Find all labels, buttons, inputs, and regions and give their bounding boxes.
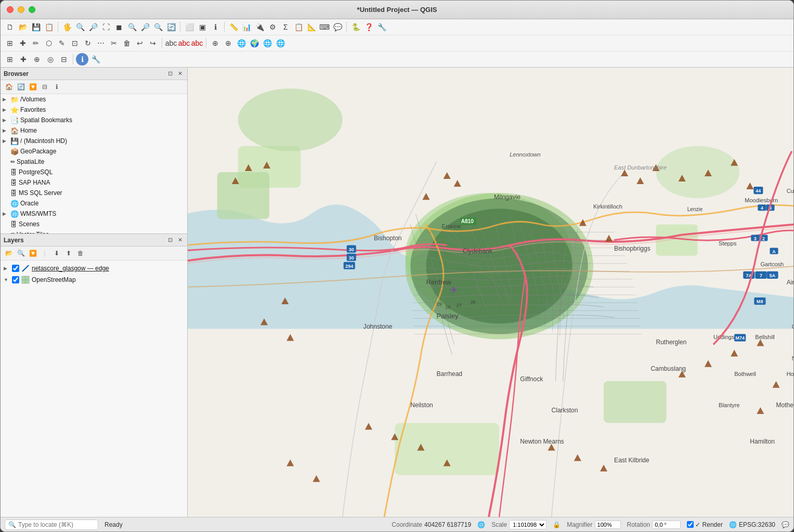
- track-btn[interactable]: ◎: [44, 53, 57, 66]
- layer-item-netascore[interactable]: ▶ netascore_glasgow — edge: [1, 263, 187, 274]
- add-point-btn[interactable]: ✚: [17, 37, 29, 49]
- layers-panel-btn[interactable]: ⊞: [4, 53, 16, 66]
- magnifier-input[interactable]: 100%: [595, 521, 621, 529]
- zoom-prev-btn[interactable]: 🔎: [139, 21, 151, 33]
- edit-btn[interactable]: ✎: [56, 37, 68, 49]
- undo-edit-btn[interactable]: ↩: [134, 37, 146, 49]
- add-line-btn[interactable]: ✏: [30, 37, 42, 49]
- zoom-next-btn[interactable]: 🔍: [152, 21, 164, 33]
- select-btn[interactable]: ⬜: [183, 21, 196, 33]
- layers-add-btn[interactable]: 🔍: [16, 248, 26, 258]
- tips-btn[interactable]: 💬: [331, 21, 344, 33]
- add-polygon-btn[interactable]: ⬡: [43, 37, 55, 49]
- label-btn[interactable]: ⌨: [318, 21, 331, 33]
- wrench-btn[interactable]: 🔧: [89, 53, 102, 66]
- python-btn[interactable]: 🐍: [349, 21, 362, 33]
- minimize-button[interactable]: [18, 6, 24, 13]
- label-move-btn[interactable]: abc: [191, 37, 203, 49]
- adv4-btn[interactable]: 🌍: [248, 37, 261, 49]
- tree-item-postgresql[interactable]: ▶ 🗄 PostgreSQL: [1, 167, 187, 177]
- browser-filter-btn[interactable]: 🔽: [28, 82, 38, 92]
- tree-item-favorites[interactable]: ▶ ⭐ Favorites: [1, 105, 187, 115]
- browser-refresh-btn[interactable]: 🔄: [16, 82, 26, 92]
- tree-item-macintosh[interactable]: ▶ 💾 / (Macintosh HD): [1, 136, 187, 146]
- zoom-full-btn[interactable]: ⛶: [100, 21, 112, 33]
- browser-close-btn[interactable]: ✕: [176, 70, 184, 78]
- plugin2-btn[interactable]: 🔧: [375, 21, 388, 33]
- adv2-btn[interactable]: ⊕: [222, 37, 235, 49]
- zoom-selection-btn[interactable]: ◼: [113, 21, 125, 33]
- render-checkbox-group[interactable]: ✓ Render: [687, 521, 723, 528]
- adv5-btn[interactable]: 🌐: [261, 37, 274, 49]
- node-btn[interactable]: ⊡: [69, 37, 81, 49]
- measure-btn[interactable]: 📏: [227, 21, 240, 33]
- new-project-btn[interactable]: 🗋: [4, 21, 16, 33]
- tree-item-saphana[interactable]: ▶ 🗄 SAP HANA: [1, 177, 187, 188]
- redo-edit-btn[interactable]: ↪: [147, 37, 159, 49]
- layer-item-osm[interactable]: ▼ OpenStreetMap: [1, 274, 187, 286]
- tree-item-geopackage[interactable]: ▶ 📦 GeoPackage: [1, 146, 187, 157]
- epsg-field[interactable]: 🌐 EPSG:32630: [729, 521, 775, 528]
- delete-btn[interactable]: 🗑: [121, 37, 133, 49]
- attr-table-btn[interactable]: 📋: [292, 21, 305, 33]
- sum-btn[interactable]: Σ: [279, 21, 292, 33]
- adv1-btn[interactable]: ⊕: [209, 37, 222, 49]
- tree-item-home[interactable]: ▶ 🏠 Home: [1, 125, 187, 136]
- messages-icon[interactable]: 💬: [782, 521, 789, 528]
- pan-btn[interactable]: 🖐: [61, 21, 73, 33]
- help-btn[interactable]: ❓: [362, 21, 375, 33]
- maximize-button[interactable]: [29, 6, 35, 13]
- rotation-input[interactable]: 0,0 °: [652, 521, 681, 529]
- info-btn[interactable]: ℹ: [76, 53, 88, 66]
- cut-btn[interactable]: ✂: [108, 37, 120, 49]
- scale-dropdown[interactable]: 1:101098: [509, 520, 546, 529]
- zoom-in-btn[interactable]: 🔍: [74, 21, 86, 33]
- layers-down-btn[interactable]: ⬇: [51, 248, 62, 258]
- browser-home-btn[interactable]: 🏠: [4, 82, 14, 92]
- tree-item-oracle[interactable]: ▶ 🌐 Oracle: [1, 198, 187, 209]
- layers-filter-btn[interactable]: 🔽: [28, 248, 38, 258]
- tree-item-spatial-bookmarks[interactable]: ▶ 📑 Spatial Bookmarks: [1, 115, 187, 125]
- layers-close-btn[interactable]: ✕: [176, 236, 184, 244]
- settings-btn[interactable]: ⚙: [266, 21, 279, 33]
- locate-input[interactable]: [18, 521, 86, 528]
- rotate-btn[interactable]: ↻: [82, 37, 94, 49]
- label-style-btn[interactable]: abc: [178, 37, 190, 49]
- panel-toggle-btn[interactable]: ⊞: [4, 37, 16, 49]
- layers-open-btn[interactable]: 📂: [4, 248, 14, 258]
- layers-expand-btn[interactable]: ⊡: [166, 236, 174, 244]
- layer-checkbox-netascore[interactable]: [12, 265, 19, 272]
- ruler-btn[interactable]: 📐: [305, 21, 318, 33]
- gps-btn[interactable]: ⊕: [31, 53, 43, 66]
- tree-item-vector-tiles[interactable]: ▶ ⊞ Vector Tiles: [1, 229, 187, 233]
- label-edit-btn[interactable]: abc: [165, 37, 177, 49]
- open-project-btn[interactable]: 📂: [17, 21, 29, 33]
- browser-collapse-btn[interactable]: ⊟: [40, 82, 50, 92]
- adv3-btn[interactable]: 🌐: [235, 37, 248, 49]
- browser-enable-btn[interactable]: ℹ: [51, 82, 62, 92]
- layers-up-btn[interactable]: ⬆: [63, 248, 74, 258]
- stats-btn[interactable]: 📊: [240, 21, 253, 33]
- tree-item-spatialite[interactable]: ▶ ✏ SpatiaLite: [1, 157, 187, 167]
- tree-item-wmswmts[interactable]: ▶ 🌐 WMS/WMTS: [1, 209, 187, 219]
- map-area[interactable]: Lennoxtown East Dunbartonshire Milngavie…: [188, 68, 793, 517]
- tree-item-volumes[interactable]: ▶ 📁 /Volumes: [1, 94, 187, 105]
- guide-btn[interactable]: ⊟: [58, 53, 70, 66]
- browser-expand-btn[interactable]: ⊡: [166, 70, 174, 78]
- search-box[interactable]: 🔍: [5, 520, 98, 530]
- tree-item-mssql[interactable]: ▶ 🗄 MS SQL Server: [1, 188, 187, 198]
- layers-remove-btn[interactable]: 🗑: [75, 248, 86, 258]
- tree-item-scenes[interactable]: ▶ 🗄 Scenes: [1, 219, 187, 229]
- layer-checkbox-osm[interactable]: [12, 276, 19, 283]
- zoom-out-btn[interactable]: 🔎: [87, 21, 99, 33]
- plugin-btn[interactable]: 🔌: [253, 21, 266, 33]
- adv6-btn[interactable]: 🌐: [274, 37, 287, 49]
- save-project-btn[interactable]: 💾: [30, 21, 42, 33]
- identify-btn[interactable]: ℹ: [209, 21, 222, 33]
- save-as-btn[interactable]: 📋: [43, 21, 55, 33]
- simplify-btn[interactable]: ⋯: [95, 37, 107, 49]
- plus-btn[interactable]: ✚: [17, 53, 30, 66]
- zoom-layer-btn[interactable]: 🔍: [126, 21, 138, 33]
- render-checkbox[interactable]: [687, 521, 694, 528]
- close-button[interactable]: [7, 6, 14, 13]
